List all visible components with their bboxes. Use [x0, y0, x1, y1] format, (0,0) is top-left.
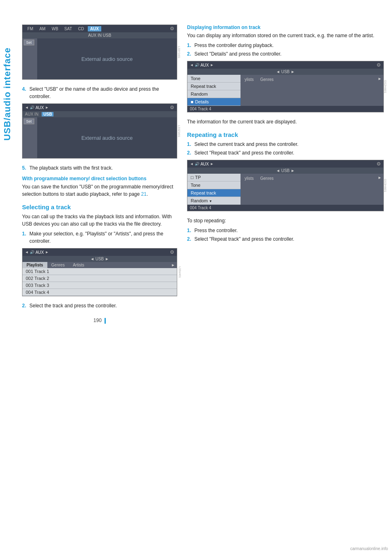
step4: 4. Select "USB" or the name of the audio…: [22, 85, 177, 100]
displaying-step1: 1. Press the controller during playback.: [187, 42, 384, 49]
screen2-usb-active[interactable]: USB: [42, 112, 53, 116]
menu-random2[interactable]: Random ▼: [187, 197, 241, 205]
screen4-tab-ylists[interactable]: ylists: [242, 76, 256, 83]
screen3-arrow-right2[interactable]: ►: [169, 262, 177, 268]
screen1-topbar: FM AM WB SAT CD AUX ⚙: [22, 25, 177, 32]
details-checkbox-icon: ■: [191, 99, 194, 104]
screen2-auxin: AUX IN: [25, 112, 38, 116]
screen5-right: ylists Genres ►: [241, 174, 383, 205]
watermark: carmanualonline.info: [350, 546, 388, 551]
tab-wb[interactable]: WB: [49, 26, 60, 31]
menu-tone2[interactable]: Tone: [187, 181, 241, 189]
screen4-body: Tone Repeat track Random ■ Details ylist…: [187, 75, 383, 106]
settings-icon3: ⚙: [170, 249, 174, 255]
screen4-arrow-right[interactable]: ►: [210, 63, 214, 67]
screen3-nav: ◄ 🔊 AUX ►: [25, 250, 49, 255]
screen5-body: □ TP Tone Repeat track Random ▼ ylists: [187, 174, 383, 205]
screen3-subbar: ◄ USB ►: [22, 256, 177, 262]
screen4-right-tabs: ylists Genres ►: [242, 76, 382, 83]
screen4-tab-genres[interactable]: Genres: [258, 76, 276, 83]
screen5-right-tabs: ylists Genres ►: [242, 175, 382, 181]
screen3-id: L33sH01: [178, 266, 181, 278]
playlist-row-2: 002 Track 2: [22, 275, 177, 282]
screen2-arrow-left[interactable]: ◄: [25, 105, 29, 110]
screen5-wrapper: ◄ 🔊 AUX ► ⚙ ◄ USB ► □ TP: [187, 160, 384, 211]
tab-am[interactable]: AM: [37, 26, 48, 31]
settings-icon2: ⚙: [170, 105, 174, 110]
screen2-ext-body: External audio source: [37, 117, 177, 158]
tab-fm[interactable]: FM: [25, 26, 36, 31]
screen4-right-arrow[interactable]: ►: [378, 76, 382, 83]
screen2: ◄ 🔊 AUX ► ⚙ AUX IN USB Set Ex: [22, 103, 177, 159]
tab-sat[interactable]: SAT: [62, 26, 75, 31]
playlist-row-1: 001 Track 1: [22, 268, 177, 275]
selecting-text: You can call up the tracks via the playb…: [22, 213, 177, 228]
menu-repeat-track2[interactable]: Repeat track: [187, 189, 241, 197]
playlist-row-3: 003 Track 3: [22, 282, 177, 289]
screen4-wrapper: ◄ 🔊 AUX ► ⚙ ◄ USB ► Tone Repeat track Ra…: [187, 61, 384, 112]
screen4-arrow-left[interactable]: ◄: [190, 63, 194, 67]
settings-icon: ⚙: [170, 26, 174, 31]
selecting-title: Selecting a track: [22, 204, 177, 210]
stop-step1: 1. Press the controller.: [187, 227, 384, 234]
screen1-tabs: FM AM WB SAT CD AUX: [25, 26, 170, 31]
info-text: The information for the current track ar…: [187, 118, 384, 125]
programmable-title: With programmable memory/ direct selecti…: [22, 176, 177, 181]
screen3-header-row: Playlists Genres Artists ►: [22, 262, 177, 268]
set-button2[interactable]: Set: [24, 119, 34, 124]
tab-aux[interactable]: AUX: [88, 26, 101, 31]
programmable-text: You can save the function "USB" on the p…: [22, 183, 177, 198]
step2-select: 2. Select the track and press the contro…: [22, 302, 177, 309]
screen4-footer: 004 Track 4: [187, 106, 383, 112]
tab-playlists[interactable]: Playlists: [22, 262, 47, 268]
step5: 5. The playback starts with the first tr…: [22, 164, 177, 172]
screen4-nav: ◄ 🔊 AUX ►: [190, 63, 214, 67]
screen5-arrow-right[interactable]: ►: [210, 162, 214, 166]
screen4-id: GS2H4t01: [384, 80, 387, 94]
screen3-arrow-left[interactable]: ◄: [25, 250, 29, 254]
screen4-menu: Tone Repeat track Random ■ Details: [187, 75, 241, 106]
screen3-aux-label: AUX: [36, 250, 44, 255]
screen3: ◄ 🔊 AUX ► ⚙ ◄ USB ► Playlists Genres Art…: [22, 248, 177, 296]
tab-genres[interactable]: Genres: [47, 262, 69, 268]
screen5: ◄ 🔊 AUX ► ⚙ ◄ USB ► □ TP: [187, 160, 384, 211]
menu-down-arrow: ▼: [209, 199, 212, 203]
menu-random[interactable]: Random: [187, 90, 241, 98]
screen2-body: Set External audio source: [22, 117, 177, 158]
tab-cd[interactable]: CD: [76, 26, 86, 31]
screen5-arrow-left[interactable]: ◄: [190, 162, 194, 166]
screen2-arrow-right[interactable]: ►: [45, 105, 49, 110]
displaying-text: You can display any information stored o…: [187, 32, 384, 39]
displaying-title: Displaying information on track: [187, 25, 384, 30]
screen5-footer: 004 Track 4: [187, 205, 383, 211]
screen5-id: GS3H4t01: [384, 179, 387, 192]
screen2-wrapper: ◄ 🔊 AUX ► ⚙ AUX IN USB Set Ex: [22, 103, 177, 159]
left-column: FM AM WB SAT CD AUX ⚙ AUX IN USB: [22, 25, 177, 324]
tp-checkbox-icon: □: [191, 175, 194, 180]
screen2-set-panel: Set: [22, 117, 37, 158]
menu-tp[interactable]: □ TP: [187, 174, 241, 181]
screen2-nav: ◄ 🔊 AUX ►: [25, 105, 49, 110]
set-button[interactable]: Set: [24, 40, 34, 45]
screen2-subbar: AUX IN USB: [22, 111, 177, 117]
screen5-aux-label: AUX: [200, 162, 209, 166]
screen5-tab-genres[interactable]: Genres: [258, 175, 276, 181]
screen4-topbar: ◄ 🔊 AUX ► ⚙: [187, 61, 383, 69]
screen1-set-panel: Set: [22, 38, 37, 79]
menu-tone[interactable]: Tone: [187, 75, 241, 83]
right-column: Displaying information on track You can …: [187, 25, 384, 324]
screen5-subbar: ◄ USB ►: [187, 168, 383, 174]
sidebar-label: USB/audio interface: [0, 41, 15, 147]
screen5-right-arrow[interactable]: ►: [378, 175, 382, 181]
screen3-arrow-right[interactable]: ►: [45, 250, 49, 254]
tab-artists[interactable]: Artists: [69, 262, 88, 268]
screen4-aux-label: AUX: [200, 63, 209, 67]
screen5-menu: □ TP Tone Repeat track Random ▼: [187, 174, 241, 205]
screen4: ◄ 🔊 AUX ► ⚙ ◄ USB ► Tone Repeat track Ra…: [187, 61, 384, 112]
programmable-link[interactable]: 21: [141, 191, 147, 197]
menu-repeat-track[interactable]: Repeat track: [187, 83, 241, 90]
screen2-aux-icon: 🔊: [30, 105, 34, 110]
screen5-tab-ylists[interactable]: ylists: [242, 175, 256, 181]
screen2-id: L33Z1t01: [178, 125, 181, 137]
menu-details[interactable]: ■ Details: [187, 98, 241, 106]
